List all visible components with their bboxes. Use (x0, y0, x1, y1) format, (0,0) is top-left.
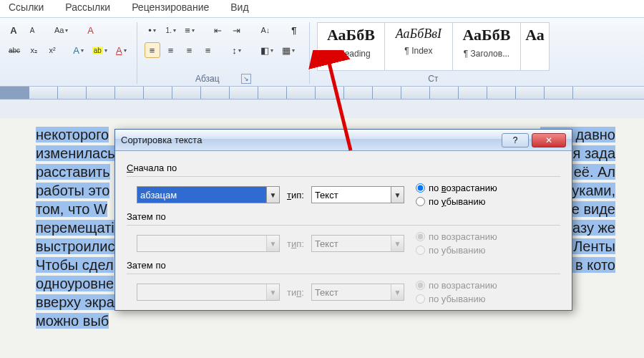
subscript-button[interactable] (26, 42, 42, 58)
dialog-title: Сортировка текста (121, 135, 202, 145)
thenby2-type-combo[interactable]: Текст▼ (311, 284, 404, 301)
align-center-button[interactable] (163, 42, 179, 58)
sort-button[interactable] (258, 22, 273, 38)
group-styles: АаБбВ ¶ Heading АаБбВвІ ¶ Index АаБбВ ¶ … (317, 22, 557, 84)
doc-text-left: некоторого изменилась расставить работы … (36, 125, 115, 330)
chevron-down-icon: ▼ (391, 284, 404, 300)
ribbon-tabs: Ссылки Рассылки Рецензирование Вид (0, 0, 644, 17)
chevron-down-icon: ▼ (391, 187, 404, 203)
superscript-button[interactable] (44, 42, 60, 58)
thenby1-label: Затем по (127, 211, 560, 222)
dialog-close-button[interactable]: ✕ (532, 133, 566, 147)
multilevel-list-button[interactable] (182, 22, 197, 38)
tab-review[interactable]: Рецензирование (132, 1, 209, 13)
borders-button[interactable] (279, 42, 298, 58)
sort2-asc-radio: по возрастанию (416, 231, 497, 242)
tab-mailings[interactable]: Рассылки (65, 1, 110, 13)
chevron-down-icon: ▼ (391, 236, 404, 251)
justify-button[interactable] (200, 42, 216, 58)
highlight-button[interactable] (89, 42, 110, 58)
type-label-1: тип: (287, 190, 304, 200)
align-left-button[interactable] (145, 42, 160, 58)
numbering-button[interactable] (163, 22, 179, 38)
decrease-indent-button[interactable] (210, 22, 226, 38)
chevron-down-icon: ▼ (266, 236, 279, 251)
grow-font-button[interactable] (6, 22, 21, 38)
sortby-field-combo[interactable]: абзацам▼ (137, 186, 280, 203)
group-styles-label: Ст (428, 74, 438, 84)
sortby-type-combo[interactable]: Текст▼ (311, 186, 404, 203)
font-color-button[interactable] (113, 42, 130, 58)
sort-text-dialog: Сортировка текста ? ✕ Сначала по абзацам… (114, 129, 572, 311)
line-spacing-button[interactable] (229, 42, 245, 58)
type-label-2: тип: (287, 238, 304, 249)
strikethrough-button[interactable] (6, 42, 23, 58)
sortby-label: Сначала по (127, 163, 560, 173)
chevron-down-icon: ▼ (266, 187, 279, 203)
bullets-button[interactable] (145, 22, 160, 38)
style-heading[interactable]: АаБбВ ¶ Heading (317, 22, 385, 71)
thenby2-label: Затем по (127, 260, 560, 271)
tab-links[interactable]: Ссылки (9, 1, 44, 13)
thenby2-field-combo[interactable]: ▼ (137, 284, 280, 301)
thenby1-field-combo[interactable]: ▼ (137, 235, 280, 252)
tab-view[interactable]: Вид (230, 1, 248, 13)
styles-gallery[interactable]: АаБбВ ¶ Heading АаБбВвІ ¶ Index АаБбВ ¶ … (317, 22, 550, 71)
sort1-desc-radio[interactable]: по убыванию (416, 196, 497, 207)
show-paragraph-marks-button[interactable] (286, 22, 302, 38)
ruler[interactable]: ⌐ (0, 87, 644, 100)
align-right-button[interactable] (182, 42, 197, 58)
sort1-asc-radio[interactable]: по возрастанию (416, 183, 497, 193)
dialog-help-button[interactable]: ? (502, 133, 529, 147)
change-case-button[interactable] (52, 22, 71, 38)
style-title[interactable]: АаБбВ ¶ Заголов... (453, 22, 521, 71)
thenby1-type-combo[interactable]: Текст▼ (311, 235, 404, 252)
sort3-asc-radio: по возрастанию (416, 280, 497, 291)
type-label-3: тип: (287, 287, 304, 298)
group-font (6, 22, 137, 84)
group-paragraph: Абзац ↘ (145, 22, 310, 84)
increase-indent-button[interactable] (229, 22, 245, 38)
sort3-desc-radio: по убыванию (416, 294, 497, 304)
group-paragraph-label: Абзац (195, 74, 220, 84)
paragraph-dialog-launcher[interactable]: ↘ (241, 74, 251, 84)
shading-button[interactable] (258, 42, 276, 58)
clear-formatting-button[interactable] (82, 22, 98, 38)
dialog-titlebar[interactable]: Сортировка текста ? ✕ (115, 130, 572, 151)
chevron-down-icon: ▼ (266, 284, 279, 300)
shrink-font-button[interactable] (24, 22, 40, 38)
style-index[interactable]: АаБбВвІ ¶ Index (385, 22, 453, 71)
text-effects-button[interactable] (70, 42, 87, 58)
ribbon: Абзац ↘ АаБбВ ¶ Heading АаБбВвІ ¶ Index … (0, 17, 644, 87)
style-more[interactable]: Аа (521, 22, 550, 71)
sort2-desc-radio: по убыванию (416, 245, 497, 256)
